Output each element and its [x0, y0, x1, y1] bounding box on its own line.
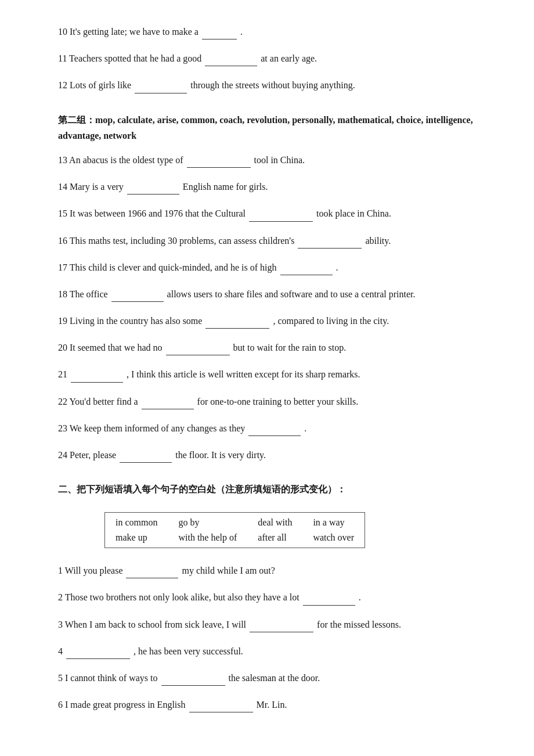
sentence-22: 22 You'd better find a for one-to-one tr… [58, 393, 476, 409]
sentence-15-blank[interactable] [249, 205, 313, 221]
sentence-21: 21 , I think this article is well writte… [58, 366, 476, 382]
sentence-12-blank[interactable] [135, 77, 187, 93]
sentence-16: 16 This maths test, including 30 problem… [58, 232, 476, 249]
sentence-10-end: . [240, 27, 243, 37]
phrase-in-common: in common [116, 517, 157, 527]
fill-sentence-4: 4 , he has been very successful. [58, 643, 476, 659]
fill-1-blank[interactable] [126, 562, 178, 578]
section3-title: 二、把下列短语填入每个句子的空白处（注意所填短语的形式变化）： [58, 484, 476, 496]
sentence-12-end: through the streets without buying anyth… [190, 80, 355, 90]
sentence-20-blank[interactable] [166, 339, 230, 355]
sentence-13-blank[interactable] [187, 152, 251, 168]
phrase-after-all: after all [258, 532, 286, 542]
sentence-16-blank[interactable] [298, 232, 362, 249]
section2-label: 第二组： [58, 115, 95, 125]
phrase-make-up: make up [116, 532, 147, 542]
sentence-17-blank[interactable] [280, 259, 333, 275]
sentence-12-text: 12 Lots of girls like [58, 80, 131, 90]
sentence-19: 19 Living in the country has also some ,… [58, 312, 476, 329]
phrase-table: in common go by deal with in a way make … [104, 512, 365, 548]
phrase-box: in common go by deal with in a way make … [104, 512, 365, 548]
fill-sentence-3: 3 When I am back to school from sick lea… [58, 616, 476, 632]
fill-sentence-6: 6 I made great progress in English Mr. L… [58, 696, 476, 712]
phrase-with-help-of: with the help of [178, 532, 237, 542]
fill-3-blank[interactable] [250, 616, 313, 632]
sentence-11-text: 11 Teachers spotted that he had a good [58, 53, 201, 63]
sentence-23: 23 We keep them informed of any changes … [58, 420, 476, 436]
sentence-24-blank[interactable] [120, 447, 172, 463]
phrase-row-1: in common go by deal with in a way [105, 513, 365, 531]
sentence-23-blank[interactable] [248, 420, 301, 436]
fill-4-blank[interactable] [66, 643, 130, 659]
fill-2-blank[interactable] [303, 589, 355, 605]
sentence-14-blank[interactable] [127, 178, 179, 195]
sentence-11-blank[interactable] [205, 50, 257, 66]
sentence-17: 17 This child is clever and quick-minded… [58, 259, 476, 275]
sentence-11-end: at an early age. [261, 53, 317, 63]
fill-6-blank[interactable] [189, 696, 253, 712]
phrase-go-by: go by [178, 517, 199, 527]
sentence-22-blank[interactable] [142, 393, 194, 409]
sentence-12: 12 Lots of girls like through the street… [58, 77, 476, 93]
sentence-10-text: 10 It's getting late; we have to make a [58, 27, 199, 37]
phrase-deal-with: deal with [258, 517, 292, 527]
fill-sentence-1: 1 Will you please my child while I am ou… [58, 562, 476, 578]
sentence-14: 14 Mary is a very English name for girls… [58, 178, 476, 195]
sentence-13: 13 An abacus is the oldest type of tool … [58, 152, 476, 168]
fill-sentence-2: 2 Those two brothers not only look alike… [58, 589, 476, 605]
phrase-row-2: make up with the help of after all watch… [105, 530, 365, 548]
sentence-18: 18 The office allows users to share file… [58, 286, 476, 302]
sentence-18-blank[interactable] [111, 286, 164, 302]
sentence-10-blank[interactable] [202, 23, 237, 39]
sentence-20: 20 It seemed that we had no but to wait … [58, 339, 476, 355]
sentence-19-blank[interactable] [205, 312, 269, 329]
section2-words: mop, calculate, arise, common, coach, re… [58, 115, 473, 141]
fill-sentence-5: 5 I cannot think of ways to the salesman… [58, 669, 476, 686]
section2-header: 第二组：mop, calculate, arise, common, coach… [58, 112, 476, 143]
sentence-21-blank[interactable] [71, 366, 123, 382]
fill-5-blank[interactable] [161, 669, 225, 686]
sentence-11: 11 Teachers spotted that he had a good a… [58, 50, 476, 66]
phrase-watch-over: watch over [313, 532, 354, 542]
phrase-in-a-way: in a way [313, 517, 344, 527]
sentence-24: 24 Peter, please the floor. It is very d… [58, 447, 476, 463]
sentence-10: 10 It's getting late; we have to make a … [58, 23, 476, 39]
sentence-15: 15 It was between 1966 and 1976 that the… [58, 205, 476, 221]
